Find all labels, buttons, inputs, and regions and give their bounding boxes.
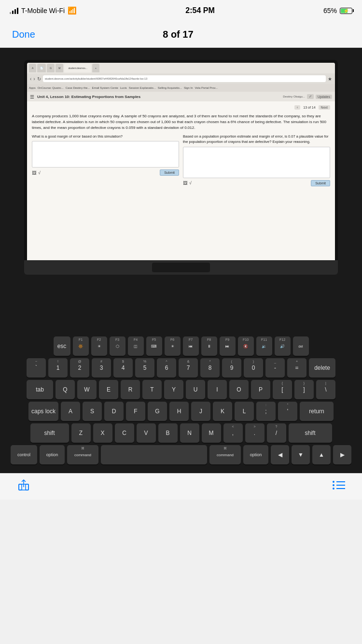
key-1[interactable]: !1 <box>48 358 68 378</box>
key-equals[interactable]: += <box>287 358 306 378</box>
key-rbracket[interactable]: }] <box>294 380 314 399</box>
key-f10[interactable]: F10🔇 <box>238 336 254 356</box>
key-semicolon[interactable]: :; <box>256 402 276 421</box>
image-tool-2-icon[interactable]: 🖼 <box>183 181 187 185</box>
key-backslash[interactable]: |\ <box>316 380 335 399</box>
key-f11[interactable]: F11🔉 <box>256 336 272 356</box>
browser-tab[interactable]: 📄 <box>37 64 46 72</box>
bookmark-button[interactable]: ★ <box>328 76 332 82</box>
key-f6[interactable]: F6☀ <box>165 336 181 356</box>
key-arrow-right[interactable]: ▶ <box>333 445 351 464</box>
browser-tab-active[interactable]: student.desmos... <box>64 64 91 72</box>
menu-icon[interactable]: ☰ <box>30 94 34 99</box>
key-f7[interactable]: F7⏮ <box>183 336 199 356</box>
key-shift-left[interactable]: shift <box>30 423 69 443</box>
key-d[interactable]: D <box>104 402 124 421</box>
key-f3[interactable]: F3⬡ <box>110 336 125 356</box>
key-arrow-left[interactable]: ◀ <box>271 445 289 464</box>
key-del[interactable]: del <box>293 336 309 356</box>
next-question-button[interactable]: Next <box>319 105 330 110</box>
share-button[interactable] <box>17 478 30 495</box>
expand-button[interactable]: ⤢ <box>307 94 314 99</box>
done-button[interactable]: Done <box>12 29 35 40</box>
bookmark-oncourse[interactable]: OnCourse: Quatro... <box>38 86 64 89</box>
refresh-button[interactable]: ↻ <box>37 76 41 82</box>
key-r[interactable]: R <box>121 380 140 399</box>
key-5[interactable]: %5 <box>135 358 154 378</box>
back-button[interactable]: ‹ <box>30 76 31 82</box>
key-esc[interactable]: esc <box>54 336 70 356</box>
key-7[interactable]: &7 <box>179 358 198 378</box>
key-i[interactable]: I <box>208 380 227 399</box>
key-f12[interactable]: F12🔊 <box>275 336 291 356</box>
key-t[interactable]: T <box>142 380 162 399</box>
bookmark-vela[interactable]: Vela Portal Prov... <box>195 86 218 89</box>
key-f9[interactable]: F9⏭ <box>220 336 236 356</box>
image-tool-icon[interactable]: 🖼 <box>32 170 36 175</box>
key-a[interactable]: A <box>61 402 80 421</box>
key-s[interactable]: S <box>83 402 102 421</box>
key-y[interactable]: Y <box>164 380 183 399</box>
update-button[interactable]: Updates <box>316 95 332 99</box>
key-space[interactable] <box>101 445 207 464</box>
key-arrow-down[interactable]: ▼ <box>292 445 310 464</box>
key-slash[interactable]: ?/ <box>267 423 286 443</box>
key-p[interactable]: P <box>251 380 270 399</box>
key-f5[interactable]: F5⌨ <box>146 336 162 356</box>
key-9[interactable]: (9 <box>222 358 241 378</box>
bookmark-selling[interactable]: Selling Acquisitio... <box>158 86 182 89</box>
key-f1[interactable]: F1🔆 <box>73 336 89 356</box>
key-tab[interactable]: tab <box>27 380 53 399</box>
key-v[interactable]: V <box>137 423 156 443</box>
key-minus[interactable]: _- <box>265 358 285 378</box>
key-e[interactable]: E <box>99 380 118 399</box>
browser-tab[interactable]: + <box>92 64 99 72</box>
key-backtick[interactable]: ~` <box>27 358 46 378</box>
key-lbracket[interactable]: {[ <box>273 380 292 399</box>
key-k[interactable]: K <box>213 402 232 421</box>
key-control[interactable]: control <box>11 445 37 464</box>
list-button[interactable] <box>332 480 345 493</box>
key-b[interactable]: B <box>158 423 178 443</box>
formula-tool-icon[interactable]: √ <box>38 170 41 175</box>
key-period[interactable]: >. <box>245 423 265 443</box>
key-option-right[interactable]: option <box>243 445 268 464</box>
key-j[interactable]: J <box>191 402 210 421</box>
browser-tab[interactable]: M <box>56 64 63 72</box>
bookmark-sign[interactable]: Sign In <box>184 86 193 89</box>
key-f8[interactable]: F8⏸ <box>201 336 217 356</box>
key-capslock[interactable]: caps lock <box>28 402 58 421</box>
key-m[interactable]: M <box>202 423 221 443</box>
key-6[interactable]: ^6 <box>157 358 176 378</box>
key-comma[interactable]: <, <box>223 423 243 443</box>
bookmark-case[interactable]: Case Destiny the... <box>66 86 90 89</box>
key-h[interactable]: H <box>169 402 189 421</box>
key-0[interactable]: )0 <box>244 358 263 378</box>
key-w[interactable]: W <box>77 380 97 399</box>
address-bar[interactable]: student.desmos.com/activitybuilder/stude… <box>43 75 326 82</box>
key-f[interactable]: F <box>126 402 145 421</box>
bookmark-email[interactable]: Email System Cente <box>92 86 118 89</box>
key-g[interactable]: G <box>148 402 167 421</box>
bookmark-apps[interactable]: Apps <box>29 86 36 89</box>
key-o[interactable]: O <box>229 380 249 399</box>
submit-button-1[interactable]: Submit <box>160 169 179 176</box>
key-u[interactable]: U <box>186 380 205 399</box>
key-option-left[interactable]: option <box>40 445 65 464</box>
bookmark-lucis[interactable]: Lucis <box>120 86 127 89</box>
key-command-right[interactable]: ⌘ command <box>209 445 241 464</box>
submit-button-2[interactable]: Submit <box>311 180 330 186</box>
key-n[interactable]: N <box>180 423 199 443</box>
key-arrow-up[interactable]: ▲ <box>312 445 331 464</box>
key-f2[interactable]: F2☀ <box>91 336 107 356</box>
key-q[interactable]: Q <box>56 380 75 399</box>
formula-tool-2-icon[interactable]: √ <box>189 181 192 185</box>
browser-tab[interactable]: A <box>29 64 36 72</box>
key-shift-right[interactable]: shift <box>289 423 332 443</box>
key-backspace[interactable]: delete <box>309 358 335 378</box>
key-f4[interactable]: F4◫ <box>128 336 144 356</box>
key-l[interactable]: L <box>235 402 254 421</box>
key-3[interactable]: #3 <box>92 358 111 378</box>
answer-box-2[interactable] <box>183 147 330 178</box>
answer-box-1[interactable] <box>32 141 179 168</box>
